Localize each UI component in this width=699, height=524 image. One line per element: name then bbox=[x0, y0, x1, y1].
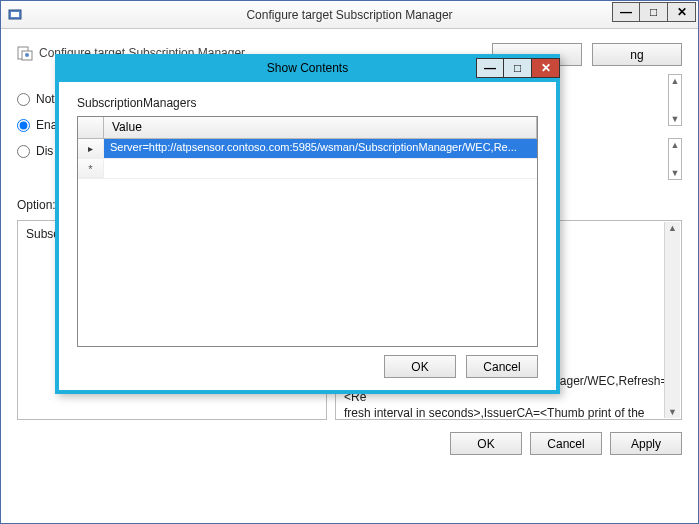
top-button-2[interactable]: ng bbox=[592, 43, 682, 66]
parent-close-button[interactable]: ✕ bbox=[668, 2, 696, 22]
parent-minimize-button[interactable]: — bbox=[612, 2, 640, 22]
radio-disabled-label: Dis bbox=[36, 144, 53, 158]
grid-rowheader-blank bbox=[78, 117, 104, 138]
show-contents-window-controls: — □ ✕ bbox=[476, 58, 560, 78]
grid-row-indicator-icon bbox=[78, 139, 104, 159]
help-scrollbar[interactable]: ▲▼ bbox=[664, 222, 680, 418]
modal-close-button[interactable]: ✕ bbox=[532, 58, 560, 78]
parent-maximize-button[interactable]: □ bbox=[640, 2, 668, 22]
supported-scrollbar[interactable]: ▲▼ bbox=[668, 138, 682, 180]
svg-point-4 bbox=[25, 53, 29, 57]
values-grid[interactable]: Value Server=http://atpsensor.contoso.co… bbox=[77, 116, 538, 347]
show-contents-dialog: Show Contents — □ ✕ SubscriptionManagers… bbox=[55, 54, 560, 394]
parent-cancel-button[interactable]: Cancel bbox=[530, 432, 602, 455]
app-icon bbox=[7, 7, 23, 23]
parent-apply-button[interactable]: Apply bbox=[610, 432, 682, 455]
modal-minimize-button[interactable]: — bbox=[476, 58, 504, 78]
radio-disabled-input[interactable] bbox=[17, 145, 30, 158]
grid-cell-value-new[interactable] bbox=[104, 159, 537, 179]
grid-row-new[interactable]: * bbox=[78, 159, 537, 179]
grid-row[interactable]: Server=http://atpsensor.contoso.com:5985… bbox=[78, 139, 537, 159]
parent-window-controls: — □ ✕ bbox=[612, 2, 696, 22]
parent-button-row: OK Cancel Apply bbox=[17, 432, 682, 455]
policy-icon bbox=[17, 45, 33, 61]
show-contents-titlebar: Show Contents — □ ✕ bbox=[55, 54, 560, 82]
svg-rect-1 bbox=[11, 12, 19, 17]
modal-maximize-button[interactable]: □ bbox=[504, 58, 532, 78]
comment-scrollbar[interactable]: ▲▼ bbox=[668, 74, 682, 126]
parent-ok-button[interactable]: OK bbox=[450, 432, 522, 455]
modal-cancel-button[interactable]: Cancel bbox=[466, 355, 538, 378]
grid-newrow-indicator-icon: * bbox=[78, 159, 104, 179]
radio-not-configured-input[interactable] bbox=[17, 93, 30, 106]
modal-button-row: OK Cancel bbox=[77, 347, 538, 382]
radio-not-configured-label: Not bbox=[36, 92, 55, 106]
modal-ok-button[interactable]: OK bbox=[384, 355, 456, 378]
grid-label: SubscriptionManagers bbox=[77, 96, 538, 110]
grid-column-value[interactable]: Value bbox=[104, 117, 537, 138]
grid-cell-value[interactable]: Server=http://atpsensor.contoso.com:5985… bbox=[104, 139, 537, 159]
parent-titlebar: Configure target Subscription Manager — … bbox=[1, 1, 698, 29]
grid-header: Value bbox=[78, 117, 537, 139]
parent-window-title: Configure target Subscription Manager bbox=[1, 8, 698, 22]
radio-enabled-input[interactable] bbox=[17, 119, 30, 132]
show-contents-body: SubscriptionManagers Value Server=http:/… bbox=[59, 82, 556, 390]
